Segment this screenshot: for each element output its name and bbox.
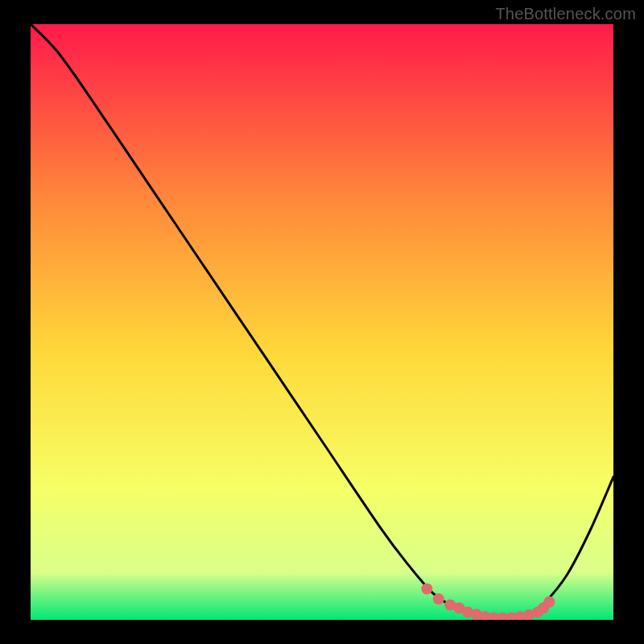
watermark-text: TheBottleneck.com bbox=[495, 5, 636, 23]
highlight-dot bbox=[433, 593, 444, 605]
plot-area bbox=[31, 24, 613, 620]
highlight-dot bbox=[543, 597, 555, 608]
chart-frame: TheBottleneck.com bbox=[0, 0, 644, 644]
highlight-dots bbox=[31, 24, 613, 620]
highlight-dot bbox=[421, 584, 432, 595]
